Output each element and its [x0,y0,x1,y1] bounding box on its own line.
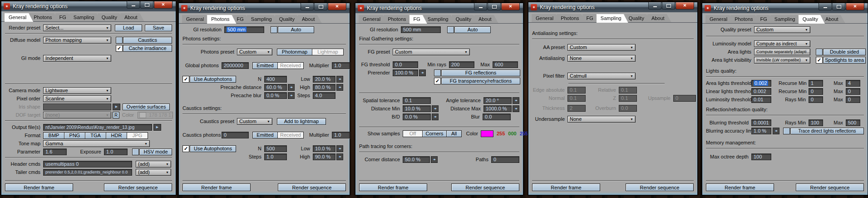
caustics-high-field[interactable]: 90.0 % [313,153,335,160]
tab-photons[interactable]: Photons [557,14,586,22]
tab-sampling[interactable]: Sampling [424,15,455,23]
hsv-mode-checkbox[interactable]: HSV mode [132,148,172,155]
close-button[interactable]: ✕ [501,3,520,10]
close-button[interactable]: ✕ [154,1,173,9]
tab-photons[interactable]: Photons [30,13,59,21]
tone-map-select[interactable]: Gamma▼ [43,140,150,147]
tailer-cmds-field[interactable]: prerender 0.5,2,0.01;gradients_neighbour… [43,169,132,176]
distance-max-field[interactable]: 1000.0 % [483,105,512,112]
spatial-tolerance-field[interactable]: 0.1 [403,97,431,104]
photons-multiplier-field[interactable]: 1.0 [332,62,350,69]
png-option[interactable]: PNG [64,132,85,139]
lightmap-option[interactable]: Lightmap [312,49,344,55]
fg-transparency-refractions-checkbox[interactable]: ✓FG transparency/refractions [434,78,520,84]
tab-sampling[interactable]: Sampling [247,15,279,23]
caustics-high-spinner[interactable]: ◂▸ [336,153,343,160]
tab-quality[interactable]: Quality [98,13,124,21]
trace-direct-lights-reflections-checkbox[interactable]: Trace direct lights reflections [783,128,864,134]
photons-steps-field[interactable]: 4.0 [313,92,335,99]
tab-photons[interactable]: Photons [384,15,413,23]
precache-blur-spinner[interactable]: ◂▸ [288,92,295,99]
minimize-button[interactable] [474,3,487,10]
min-rays-field[interactable]: 200 [449,61,474,68]
tab-sampling[interactable]: Sampling [597,14,628,23]
precache-blur-field[interactable]: 0.0 % [264,92,287,99]
tab-about[interactable]: About [298,15,322,23]
bd-spinner[interactable]: ◂▸ [432,114,439,120]
area-light-visibility-select[interactable]: Invisible (LW compatibe)▼ [754,57,810,64]
render-sequence-button[interactable]: Render sequence [451,183,519,191]
tab-sampling[interactable]: Sampling [69,13,101,21]
caustics-preset-select[interactable]: Custom▼ [237,118,272,125]
paths-field[interactable]: 0 [491,156,519,163]
luminosity-model-select[interactable]: Compute as indirect▼ [754,40,810,47]
fg-reflections-checkbox[interactable]: FG reflections [434,69,520,76]
render-sequence-button[interactable]: Render sequence [278,183,346,191]
render-frame-button[interactable]: Render frame [182,183,251,191]
global-photons-field[interactable]: 2000000 [222,62,249,69]
render-frame-button[interactable]: Render frame [5,183,73,191]
pixel-order-select[interactable]: Scanline▼ [43,95,111,102]
photonmap-option[interactable]: Photonmap [277,49,312,55]
render-preset-select[interactable]: Select...▼ [43,25,111,31]
autophotons-n-field[interactable]: 400 [264,76,287,83]
tab-about[interactable]: About [120,13,144,21]
render-frame-button[interactable]: Render frame [532,183,600,191]
output-file-browse-button[interactable]: ▶ [153,124,161,131]
corner-distance-field[interactable]: 50.0 % [403,156,430,163]
tab-general[interactable]: General [5,13,33,22]
distance-min-spinner[interactable]: ◂▸ [432,105,439,112]
maximize-button[interactable] [488,3,501,10]
blurring-accuracy-limit-field[interactable]: 1.0 % [751,128,771,134]
maximize-button[interactable] [662,2,675,10]
camera-mode-select[interactable]: Lightwave▼ [43,87,111,94]
minimize-button[interactable] [648,2,661,10]
tab-sampling[interactable]: Sampling [770,15,802,23]
tab-general[interactable]: General [532,14,560,22]
area-recurse-max-field[interactable]: 4 [846,80,860,87]
area-lights-select[interactable]: Compute separately (adapti...▼ [754,49,810,55]
tab-general[interactable]: General [182,15,211,23]
emitted-option[interactable]: Emitted [252,132,278,139]
received-option[interactable]: Received [277,62,304,69]
render-sequence-button[interactable]: Render sequence [626,183,694,191]
caustics-multiplier-field[interactable]: 1.0 [332,132,350,139]
tab-photons[interactable]: Photons [730,15,760,23]
dof-record-button[interactable]: R [113,112,119,119]
undersample-select[interactable]: None▼ [567,116,636,123]
autophotons-high-spinner[interactable]: ◂▸ [336,84,343,91]
max-octree-depth-field[interactable]: 100 [751,153,771,160]
autophotons-low-spinner[interactable]: ◂▸ [336,76,343,83]
close-button[interactable]: ✕ [676,2,694,10]
gi-auto-checkbox[interactable]: Auto [447,26,491,33]
tab-photons[interactable]: Photons [207,15,236,24]
blur-rays-min-field[interactable]: 100 [809,119,823,126]
render-sequence-button[interactable]: Render sequence [796,183,864,191]
tab-about[interactable]: About [821,15,845,23]
luminosity-rays-max-field[interactable]: 0 [846,96,860,103]
bmp-option[interactable]: BMP [43,132,64,139]
parameter-field[interactable]: 1.6 [43,148,67,155]
caustics-n-field[interactable]: 500 [264,145,287,152]
render-frame-button[interactable]: Render frame [359,183,427,191]
tailer-add-select[interactable]: (add)▼ [136,169,171,176]
override-surfaces-button[interactable]: Override surfaces [123,104,170,110]
luminosity-threshold-field[interactable]: 0.01 [751,96,771,103]
linear-recurse-max-field[interactable]: 0 [846,88,860,95]
precache-distance-field[interactable]: 60.0 % [264,84,287,91]
tab-about[interactable]: About [474,15,498,23]
blur-rays-max-field[interactable]: 500 [846,119,860,126]
linear-lights-threshold-field[interactable]: 0.002 [751,88,771,95]
prerender-spinner[interactable]: ◂▸ [419,69,426,76]
gi-auto-checkbox[interactable]: Auto [271,26,314,33]
diffuse-model-select[interactable]: Photon mapping▼ [43,37,111,44]
area-recurse-min-field[interactable]: 1 [809,80,823,87]
emitted-option[interactable]: Emitted [252,62,278,69]
autophotons-low-field[interactable]: 20.0 % [313,76,335,83]
gi-mode-select[interactable]: Independent▼ [43,55,111,62]
render-frame-button[interactable]: Render frame [706,183,774,191]
maximize-button[interactable] [140,1,153,9]
bd-field[interactable]: 0.0 % [403,114,431,120]
fg-preset-select[interactable]: Custom▼ [393,49,470,55]
distance-max-spinner[interactable]: ◂▸ [513,105,519,112]
